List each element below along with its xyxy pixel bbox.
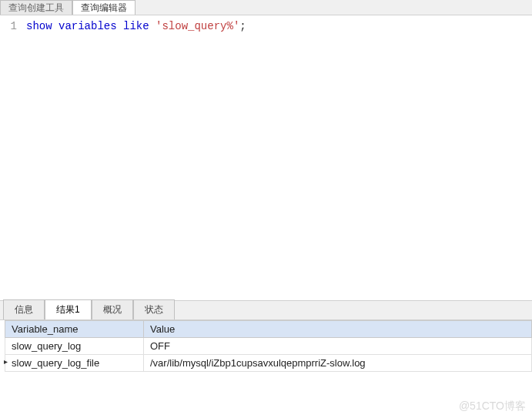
result-grid-wrap: Variable_name Value slow_query_log OFF ▸… [0,320,532,372]
tab-status[interactable]: 状态 [133,299,175,319]
sql-editor[interactable]: 1 show variables like 'slow_query%'; [0,15,532,300]
cell-text: slow_query_log_file [12,357,99,369]
table-row[interactable]: slow_query_log OFF [5,338,532,355]
result-tab-bar: 信息 结果1 概况 状态 [0,300,532,320]
col-header-value[interactable]: Value [144,321,532,338]
line-gutter: 1 [0,15,23,300]
sql-punct: ; [239,20,246,32]
sql-keyword: show [26,20,52,32]
tab-query-builder[interactable]: 查询创建工具 [0,0,72,15]
result-grid[interactable]: Variable_name Value slow_query_log OFF ▸… [5,320,532,372]
current-row-indicator-icon: ▸ [4,357,8,366]
table-row[interactable]: ▸slow_query_log_file /var/lib/mysql/iZbp… [5,355,532,372]
tab-result1[interactable]: 结果1 [45,299,92,319]
cell-variable-name[interactable]: ▸slow_query_log_file [5,355,144,372]
tab-info[interactable]: 信息 [3,299,45,319]
tab-query-editor[interactable]: 查询编辑器 [72,0,136,15]
cell-variable-name[interactable]: slow_query_log [5,338,144,355]
sql-string: 'slow_query%' [156,20,239,32]
watermark: @51CTO博客 [459,400,526,413]
cell-value[interactable]: /var/lib/mysql/iZbp1cupsavxulqepmprriZ-s… [144,355,532,372]
tab-profile[interactable]: 概况 [92,299,133,319]
editor-tab-bar: 查询创建工具 查询编辑器 [0,0,532,15]
sql-keyword: like [123,20,149,32]
col-header-variable-name[interactable]: Variable_name [5,321,144,338]
line-number: 1 [0,20,17,32]
code-area[interactable]: show variables like 'slow_query%'; [23,15,249,300]
table-header-row: Variable_name Value [5,321,532,338]
cell-value[interactable]: OFF [144,338,532,355]
sql-keyword: variables [59,20,117,32]
